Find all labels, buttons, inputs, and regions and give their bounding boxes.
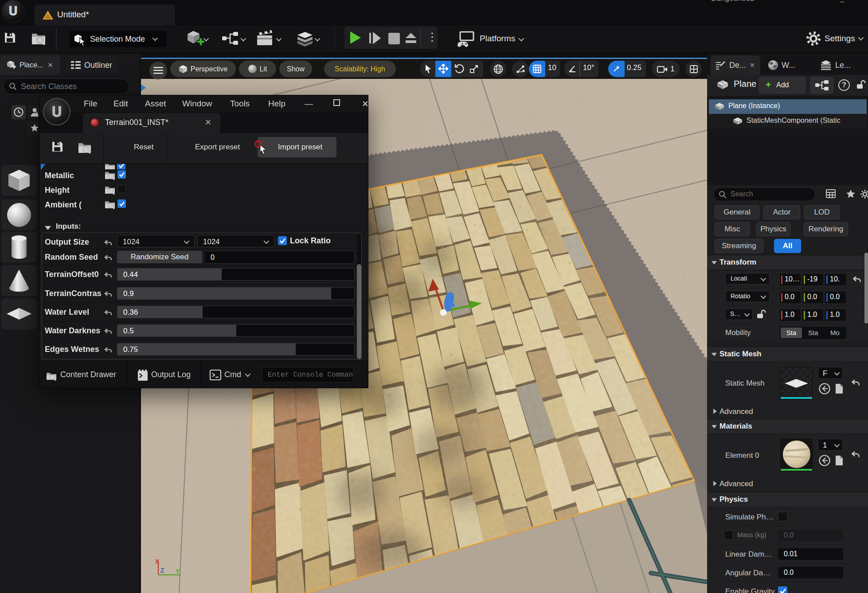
svg-text:Y: Y — [176, 568, 180, 575]
svg-text:Z: Z — [160, 567, 164, 574]
svg-text:X: X — [155, 558, 160, 565]
